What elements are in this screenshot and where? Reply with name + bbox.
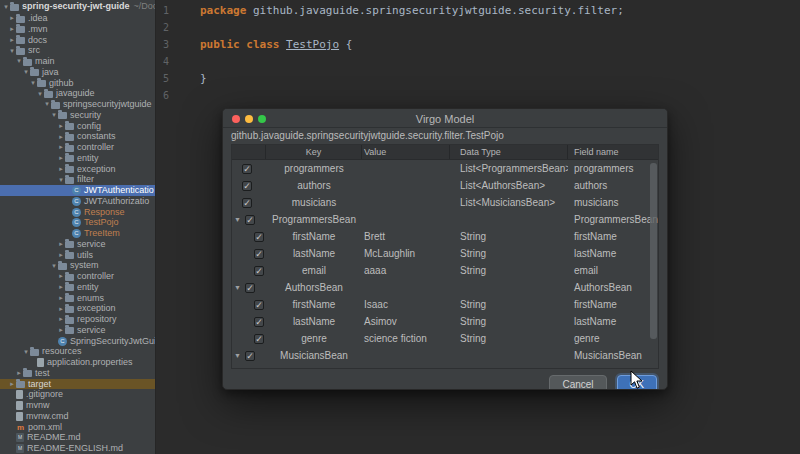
chevron-down-icon[interactable]: ▾ [15, 56, 23, 67]
tree-item-resources[interactable]: ▾resources [0, 346, 155, 357]
chevron-down-icon[interactable]: ▾ [36, 89, 44, 100]
table-row[interactable]: ✓firstNameBrettStringfirstName [232, 228, 658, 245]
tree-item-src[interactable]: ▾src [0, 45, 155, 56]
tree-item-utils[interactable]: ▸utils [0, 250, 155, 261]
chevron-right-icon[interactable]: ▸ [15, 368, 23, 379]
row-checkbox[interactable]: ✓ [254, 249, 264, 259]
tree-item--gitignore[interactable]: .gitignore [0, 389, 155, 400]
tree-item-test[interactable]: ▸test [0, 368, 155, 379]
chevron-right-icon[interactable]: ▸ [57, 153, 65, 164]
scrollbar-thumb[interactable] [650, 163, 657, 339]
row-checkbox[interactable]: ✓ [254, 300, 264, 310]
tree-item-main[interactable]: ▾main [0, 56, 155, 67]
editor-line[interactable]: 3public class TestPojo { [156, 36, 800, 53]
table-row[interactable]: ✓authorsList<AuthorsBean>authors [232, 177, 658, 194]
tree-item-repository[interactable]: ▸repository [0, 314, 155, 325]
chevron-right-icon[interactable]: ▸ [8, 379, 16, 390]
tree-item-springsecurityjwtguide[interactable]: ▾springsecurityjwtguide [0, 99, 155, 110]
tree-item-application-properties[interactable]: application.properties [0, 357, 155, 368]
minimize-button[interactable] [245, 115, 253, 123]
tree-item-springsecurityjwtguide[interactable]: SpringSecurityJwtGuide [0, 336, 155, 347]
tree-item-javaguide[interactable]: ▾javaguide [0, 88, 155, 99]
chevron-down-icon[interactable]: ▾ [2, 0, 10, 13]
row-checkbox[interactable]: ✓ [242, 181, 252, 191]
chevron-right-icon[interactable]: ▸ [57, 239, 65, 250]
row-checkbox[interactable]: ✓ [242, 164, 252, 174]
chevron-down-icon[interactable]: ▾ [57, 175, 65, 186]
tree-item-target[interactable]: ▸target [0, 379, 155, 390]
tree-item-filter[interactable]: ▾filter [0, 174, 155, 185]
tree-item-readme-english-md[interactable]: README-ENGLISH.md [0, 443, 155, 454]
table-row[interactable]: ✓lastNameMcLaughlinStringlastName [232, 245, 658, 262]
tree-item-mvnw[interactable]: mvnw [0, 400, 155, 411]
chevron-right-icon[interactable]: ▸ [8, 13, 16, 24]
tree-item-controller[interactable]: ▸controller [0, 142, 155, 153]
chevron-right-icon[interactable]: ▸ [8, 24, 16, 35]
chevron-down-icon[interactable]: ▾ [22, 347, 30, 358]
tree-item-readme-md[interactable]: README.md [0, 432, 155, 443]
tree-item-service[interactable]: ▸service [0, 239, 155, 250]
chevron-right-icon[interactable]: ▸ [57, 314, 65, 325]
chevron-down-icon[interactable]: ▾ [50, 110, 58, 121]
tree-item-pom-xml[interactable]: pom.xml [0, 422, 155, 433]
dialog-titlebar[interactable]: Virgo Model [223, 109, 667, 128]
chevron-down-icon[interactable]: ▾ [8, 46, 16, 57]
tree-item--idea[interactable]: ▸.idea [0, 13, 155, 24]
chevron-down-icon[interactable]: ▾ [43, 99, 51, 110]
row-checkbox[interactable]: ✓ [245, 215, 255, 225]
editor-line[interactable]: 1package github.javaguide.springsecurity… [156, 2, 800, 19]
chevron-down-icon[interactable]: ▾ [29, 78, 37, 89]
tree-item-service[interactable]: ▸service [0, 325, 155, 336]
row-checkbox[interactable]: ✓ [254, 232, 264, 242]
tree-item-system[interactable]: ▾system [0, 260, 155, 271]
tree-item-docs[interactable]: ▸docs [0, 35, 155, 46]
tree-item-exception[interactable]: ▸exception [0, 303, 155, 314]
row-checkbox[interactable]: ✓ [254, 266, 264, 276]
tree-item-response[interactable]: Response [0, 207, 155, 218]
editor-line[interactable]: 5} [156, 70, 800, 87]
tree-item-security[interactable]: ▾security [0, 110, 155, 121]
chevron-right-icon[interactable]: ▸ [57, 282, 65, 293]
table-row[interactable]: ▼✓ProgrammersBeanProgrammersBean [232, 211, 658, 228]
tree-item-entity[interactable]: ▸entity [0, 153, 155, 164]
row-checkbox[interactable]: ✓ [254, 317, 264, 327]
table-row[interactable]: ✓programmersList<ProgrammersBean>program… [232, 160, 658, 177]
editor-line[interactable]: 2 [156, 19, 800, 36]
tree-item-github[interactable]: ▾github [0, 78, 155, 89]
editor-line[interactable]: 6 [156, 87, 800, 104]
row-checkbox[interactable]: ✓ [254, 368, 264, 370]
tree-item-jwtauthenticatio[interactable]: JWTAuthenticatio [0, 185, 155, 196]
tree-item-testpojo[interactable]: TestPojo [0, 217, 155, 228]
chevron-right-icon[interactable]: ▸ [57, 293, 65, 304]
table-row[interactable]: ✓musiciansList<MusiciansBean>musicians [232, 194, 658, 211]
tree-item--mvn[interactable]: ▸.mvn [0, 24, 155, 35]
chevron-right-icon[interactable]: ▸ [8, 35, 16, 46]
collapse-arrow-icon[interactable]: ▼ [234, 347, 245, 364]
collapse-arrow-icon[interactable]: ▼ [234, 211, 245, 228]
cancel-button[interactable]: Cancel [549, 375, 606, 390]
tree-item-java[interactable]: ▾java [0, 67, 155, 78]
project-root-item[interactable]: ▾spring-security-jwt-guide~/Document [0, 0, 155, 13]
tree-item-config[interactable]: ▸config [0, 121, 155, 132]
chevron-right-icon[interactable]: ▸ [57, 121, 65, 132]
tree-item-entity[interactable]: ▸entity [0, 282, 155, 293]
chevron-right-icon[interactable]: ▸ [57, 325, 65, 336]
editor-line[interactable]: 4 [156, 53, 800, 70]
chevron-down-icon[interactable]: ▾ [50, 261, 58, 272]
row-checkbox[interactable]: ✓ [254, 334, 264, 344]
chevron-right-icon[interactable]: ▸ [57, 250, 65, 261]
tree-item-controller[interactable]: ▸controller [0, 271, 155, 282]
table-row[interactable]: ✓firstNameEricStringfirstName [232, 364, 658, 369]
tree-item-exception[interactable]: ▸exception [0, 164, 155, 175]
chevron-right-icon[interactable]: ▸ [57, 271, 65, 282]
table-row[interactable]: ✓genrescience fictionStringgenre [232, 330, 658, 347]
chevron-down-icon[interactable]: ▾ [22, 67, 30, 78]
chevron-right-icon[interactable]: ▸ [57, 164, 65, 175]
tree-item-enums[interactable]: ▸enums [0, 293, 155, 304]
chevron-right-icon[interactable]: ▸ [57, 304, 65, 315]
tree-item-treeitem[interactable]: TreeItem [0, 228, 155, 239]
collapse-arrow-icon[interactable]: ▼ [234, 279, 245, 296]
table-row[interactable]: ✓emailaaaaStringemail [232, 262, 658, 279]
chevron-right-icon[interactable]: ▸ [57, 142, 65, 153]
table-row[interactable]: ▼✓AuthorsBeanAuthorsBean [232, 279, 658, 296]
